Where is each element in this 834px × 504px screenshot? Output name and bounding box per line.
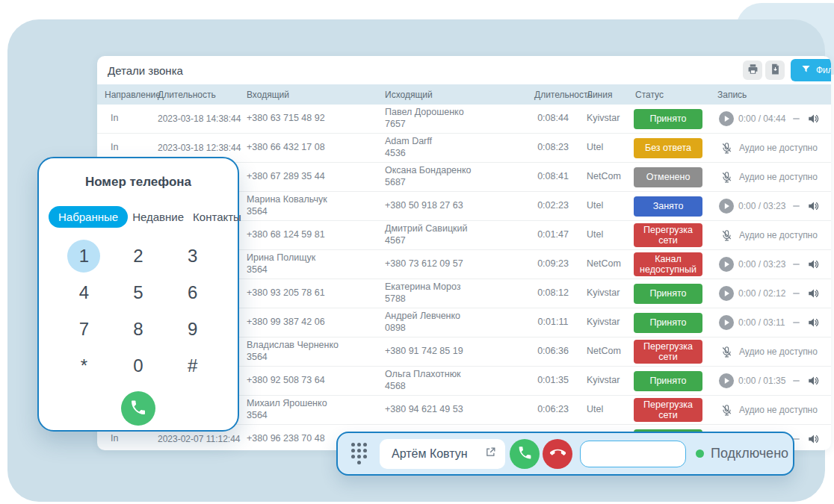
play-button-icon[interactable] [719, 286, 734, 301]
active-contact-pill[interactable]: Артём Ковтун [380, 439, 505, 469]
seek-slider[interactable] [793, 293, 800, 294]
keypad-icon[interactable] [351, 443, 368, 465]
cell-outgoing: +380 73 612 09 57 [377, 258, 527, 270]
status-badge[interactable]: Принято [634, 313, 702, 333]
dial-key-6[interactable]: 6 [176, 276, 209, 309]
phone-icon [129, 399, 147, 419]
column-header: Входящий [239, 90, 377, 100]
dial-key-9[interactable]: 9 [176, 313, 209, 346]
card-header: Детали звонка Фильтр [97, 56, 831, 84]
seek-slider[interactable] [793, 205, 800, 207]
status-badge[interactable]: Отменено [634, 167, 702, 187]
column-header: Линия [579, 90, 628, 100]
cell-status: Занято [628, 196, 710, 217]
cell-record: Аудио не доступно [710, 171, 831, 184]
phone-hangup-icon [550, 445, 566, 463]
cell-status: Принято [628, 284, 710, 304]
export-document-button[interactable] [765, 60, 785, 80]
cell-duration: 0:06:36 [527, 346, 579, 358]
column-header: Статус [628, 90, 710, 100]
dial-key-8[interactable]: 8 [122, 313, 155, 346]
volume-icon[interactable] [807, 432, 821, 446]
dial-key-5[interactable]: 5 [122, 276, 155, 309]
external-link-icon[interactable] [485, 447, 496, 461]
play-button-icon[interactable] [719, 373, 734, 388]
cell-outgoing: Екатерина Мороз5788 [377, 281, 527, 305]
phone-number-input[interactable] [580, 441, 686, 467]
cell-incoming: +380 92 508 73 64 [239, 375, 377, 387]
audio-unavailable: Аудио не доступно [710, 346, 831, 358]
dial-key-#[interactable]: # [176, 349, 209, 382]
dial-call-button[interactable] [121, 391, 155, 426]
dial-key-3[interactable]: 3 [176, 240, 209, 273]
cell-outgoing: +380 91 742 85 19 [377, 346, 527, 358]
cell-datetime: 2023-02-07 11:12:44 [153, 434, 239, 445]
seek-slider[interactable] [793, 380, 800, 382]
cell-duration: 0:01:11 [527, 317, 579, 329]
status-badge[interactable]: Без ответа [634, 138, 702, 158]
cell-line: NetCom [579, 346, 628, 358]
cell-incoming: +380 67 289 35 44 [239, 171, 377, 183]
seek-slider[interactable] [793, 264, 800, 265]
volume-icon[interactable] [807, 112, 821, 125]
play-button-icon[interactable] [719, 199, 734, 214]
connection-status-label: Подключено [711, 446, 788, 461]
cell-outgoing: Ольга Плахотнюк4568 [377, 369, 527, 392]
playback-time: 0:00 / 04:44 [738, 113, 785, 124]
status-badge[interactable]: Канал недоступный [634, 252, 702, 277]
dialer-title: Номер телефона [39, 175, 238, 190]
volume-icon[interactable] [807, 287, 821, 300]
playback-time: 0:00 / 03:23 [738, 259, 785, 270]
mic-muted-icon [720, 171, 733, 184]
active-contact-name: Артём Ковтун [392, 447, 468, 461]
volume-icon[interactable] [807, 258, 821, 271]
dialer-tab-контакты[interactable]: Контакты [188, 207, 246, 227]
status-badge[interactable]: Перегрузка сети [634, 398, 702, 423]
filter-button[interactable]: Фильтр [791, 59, 831, 81]
volume-icon[interactable] [807, 374, 821, 388]
print-button[interactable] [743, 60, 762, 80]
cell-incoming: Марина Ковальчук3564 [239, 194, 377, 217]
cell-status: Принято [628, 109, 710, 129]
column-header: Направление [97, 90, 153, 100]
volume-icon[interactable] [807, 199, 821, 213]
status-badge[interactable]: Принято [634, 284, 702, 304]
cell-line: Kyivstar [579, 375, 628, 387]
cell-record: Аудио не доступно [710, 229, 831, 242]
dial-key-7[interactable]: 7 [67, 313, 100, 346]
cell-incoming: +380 99 387 42 06 [239, 317, 377, 329]
dial-key-0[interactable]: 0 [122, 349, 155, 382]
cell-line: Utel [579, 229, 628, 241]
status-badge[interactable]: Принято [634, 371, 702, 391]
volume-icon[interactable] [807, 316, 821, 329]
cell-line: Utel [579, 142, 628, 154]
cell-incoming: +380 66 432 17 08 [239, 142, 377, 154]
status-badge[interactable]: Принято [634, 109, 702, 129]
dial-key-2[interactable]: 2 [122, 240, 155, 273]
dialer-tab-недавние[interactable]: Недавние [128, 207, 188, 227]
seek-slider[interactable] [793, 322, 800, 323]
cell-record: Аудио не доступно [710, 142, 831, 155]
playback-time: 0:00 / 01:35 [738, 376, 785, 386]
seek-slider[interactable] [793, 118, 800, 119]
status-badge[interactable]: Занято [634, 196, 702, 217]
play-button-icon[interactable] [719, 315, 734, 330]
play-button-icon[interactable] [719, 257, 734, 272]
answer-call-button[interactable] [510, 439, 540, 469]
cell-incoming: +380 68 124 59 81 [239, 229, 377, 241]
audio-unavailable: Аудио не доступно [710, 404, 831, 417]
cell-outgoing: Оксана Бондаренко5687 [377, 165, 527, 188]
cell-record: 0:00 / 04:44 [710, 111, 831, 126]
hangup-call-button[interactable] [543, 439, 572, 469]
cell-datetime: 2023-03-18 12:38:44 [153, 143, 239, 154]
dial-key-4[interactable]: 4 [67, 276, 100, 309]
dial-key-1[interactable]: 1 [67, 240, 100, 273]
cell-duration: 0:09:23 [527, 258, 579, 270]
status-badge[interactable]: Перегрузка сети [634, 223, 702, 248]
play-button-icon[interactable] [719, 111, 734, 126]
dial-key-*[interactable]: * [67, 349, 100, 382]
cell-line: Utel [579, 200, 628, 212]
dialer-tab-набранные[interactable]: Набранные [49, 206, 128, 228]
connection-status: Подключено [696, 446, 788, 461]
status-badge[interactable]: Перегрузка сети [634, 340, 702, 364]
